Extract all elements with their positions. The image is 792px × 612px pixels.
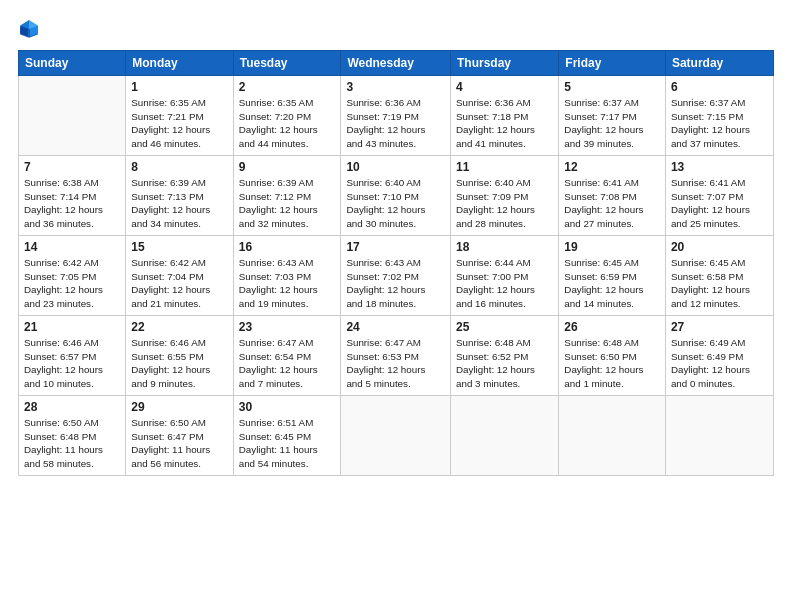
- day-number: 11: [456, 160, 553, 174]
- header: [18, 18, 774, 40]
- week-row-3: 14Sunrise: 6:42 AM Sunset: 7:05 PM Dayli…: [19, 236, 774, 316]
- day-number: 12: [564, 160, 660, 174]
- day-info: Sunrise: 6:51 AM Sunset: 6:45 PM Dayligh…: [239, 416, 336, 471]
- page: SundayMondayTuesdayWednesdayThursdayFrid…: [0, 0, 792, 612]
- day-info: Sunrise: 6:46 AM Sunset: 6:57 PM Dayligh…: [24, 336, 120, 391]
- day-info: Sunrise: 6:48 AM Sunset: 6:50 PM Dayligh…: [564, 336, 660, 391]
- day-cell: 15Sunrise: 6:42 AM Sunset: 7:04 PM Dayli…: [126, 236, 233, 316]
- day-number: 22: [131, 320, 227, 334]
- day-cell: 19Sunrise: 6:45 AM Sunset: 6:59 PM Dayli…: [559, 236, 666, 316]
- day-cell: [451, 396, 559, 476]
- header-row: SundayMondayTuesdayWednesdayThursdayFrid…: [19, 51, 774, 76]
- day-info: Sunrise: 6:38 AM Sunset: 7:14 PM Dayligh…: [24, 176, 120, 231]
- day-info: Sunrise: 6:37 AM Sunset: 7:15 PM Dayligh…: [671, 96, 768, 151]
- day-cell: 9Sunrise: 6:39 AM Sunset: 7:12 PM Daylig…: [233, 156, 341, 236]
- day-cell: [341, 396, 451, 476]
- day-info: Sunrise: 6:40 AM Sunset: 7:10 PM Dayligh…: [346, 176, 445, 231]
- day-cell: 3Sunrise: 6:36 AM Sunset: 7:19 PM Daylig…: [341, 76, 451, 156]
- day-info: Sunrise: 6:44 AM Sunset: 7:00 PM Dayligh…: [456, 256, 553, 311]
- day-info: Sunrise: 6:50 AM Sunset: 6:48 PM Dayligh…: [24, 416, 120, 471]
- day-number: 16: [239, 240, 336, 254]
- day-info: Sunrise: 6:47 AM Sunset: 6:54 PM Dayligh…: [239, 336, 336, 391]
- day-cell: 29Sunrise: 6:50 AM Sunset: 6:47 PM Dayli…: [126, 396, 233, 476]
- day-cell: 21Sunrise: 6:46 AM Sunset: 6:57 PM Dayli…: [19, 316, 126, 396]
- column-header-friday: Friday: [559, 51, 666, 76]
- day-cell: 16Sunrise: 6:43 AM Sunset: 7:03 PM Dayli…: [233, 236, 341, 316]
- day-number: 2: [239, 80, 336, 94]
- calendar-table: SundayMondayTuesdayWednesdayThursdayFrid…: [18, 50, 774, 476]
- day-info: Sunrise: 6:43 AM Sunset: 7:02 PM Dayligh…: [346, 256, 445, 311]
- day-info: Sunrise: 6:35 AM Sunset: 7:21 PM Dayligh…: [131, 96, 227, 151]
- day-number: 17: [346, 240, 445, 254]
- day-cell: 11Sunrise: 6:40 AM Sunset: 7:09 PM Dayli…: [451, 156, 559, 236]
- day-info: Sunrise: 6:39 AM Sunset: 7:13 PM Dayligh…: [131, 176, 227, 231]
- day-number: 4: [456, 80, 553, 94]
- column-header-tuesday: Tuesday: [233, 51, 341, 76]
- day-cell: [19, 76, 126, 156]
- day-number: 21: [24, 320, 120, 334]
- day-cell: 18Sunrise: 6:44 AM Sunset: 7:00 PM Dayli…: [451, 236, 559, 316]
- day-number: 3: [346, 80, 445, 94]
- day-number: 13: [671, 160, 768, 174]
- day-number: 30: [239, 400, 336, 414]
- day-info: Sunrise: 6:46 AM Sunset: 6:55 PM Dayligh…: [131, 336, 227, 391]
- day-cell: 22Sunrise: 6:46 AM Sunset: 6:55 PM Dayli…: [126, 316, 233, 396]
- day-number: 18: [456, 240, 553, 254]
- day-cell: [665, 396, 773, 476]
- day-cell: 26Sunrise: 6:48 AM Sunset: 6:50 PM Dayli…: [559, 316, 666, 396]
- day-cell: 7Sunrise: 6:38 AM Sunset: 7:14 PM Daylig…: [19, 156, 126, 236]
- day-cell: 27Sunrise: 6:49 AM Sunset: 6:49 PM Dayli…: [665, 316, 773, 396]
- day-info: Sunrise: 6:37 AM Sunset: 7:17 PM Dayligh…: [564, 96, 660, 151]
- day-cell: 1Sunrise: 6:35 AM Sunset: 7:21 PM Daylig…: [126, 76, 233, 156]
- day-info: Sunrise: 6:36 AM Sunset: 7:18 PM Dayligh…: [456, 96, 553, 151]
- day-number: 26: [564, 320, 660, 334]
- day-number: 20: [671, 240, 768, 254]
- column-header-saturday: Saturday: [665, 51, 773, 76]
- day-info: Sunrise: 6:40 AM Sunset: 7:09 PM Dayligh…: [456, 176, 553, 231]
- day-cell: 8Sunrise: 6:39 AM Sunset: 7:13 PM Daylig…: [126, 156, 233, 236]
- day-number: 7: [24, 160, 120, 174]
- day-cell: 20Sunrise: 6:45 AM Sunset: 6:58 PM Dayli…: [665, 236, 773, 316]
- day-number: 14: [24, 240, 120, 254]
- week-row-4: 21Sunrise: 6:46 AM Sunset: 6:57 PM Dayli…: [19, 316, 774, 396]
- day-number: 9: [239, 160, 336, 174]
- column-header-sunday: Sunday: [19, 51, 126, 76]
- day-number: 29: [131, 400, 227, 414]
- day-info: Sunrise: 6:41 AM Sunset: 7:07 PM Dayligh…: [671, 176, 768, 231]
- day-info: Sunrise: 6:42 AM Sunset: 7:05 PM Dayligh…: [24, 256, 120, 311]
- day-info: Sunrise: 6:36 AM Sunset: 7:19 PM Dayligh…: [346, 96, 445, 151]
- day-cell: 25Sunrise: 6:48 AM Sunset: 6:52 PM Dayli…: [451, 316, 559, 396]
- day-cell: 23Sunrise: 6:47 AM Sunset: 6:54 PM Dayli…: [233, 316, 341, 396]
- day-cell: 2Sunrise: 6:35 AM Sunset: 7:20 PM Daylig…: [233, 76, 341, 156]
- day-info: Sunrise: 6:48 AM Sunset: 6:52 PM Dayligh…: [456, 336, 553, 391]
- day-info: Sunrise: 6:39 AM Sunset: 7:12 PM Dayligh…: [239, 176, 336, 231]
- column-header-wednesday: Wednesday: [341, 51, 451, 76]
- week-row-5: 28Sunrise: 6:50 AM Sunset: 6:48 PM Dayli…: [19, 396, 774, 476]
- day-number: 19: [564, 240, 660, 254]
- day-number: 1: [131, 80, 227, 94]
- day-cell: 13Sunrise: 6:41 AM Sunset: 7:07 PM Dayli…: [665, 156, 773, 236]
- day-cell: 4Sunrise: 6:36 AM Sunset: 7:18 PM Daylig…: [451, 76, 559, 156]
- day-cell: 24Sunrise: 6:47 AM Sunset: 6:53 PM Dayli…: [341, 316, 451, 396]
- day-number: 23: [239, 320, 336, 334]
- week-row-1: 1Sunrise: 6:35 AM Sunset: 7:21 PM Daylig…: [19, 76, 774, 156]
- day-cell: 12Sunrise: 6:41 AM Sunset: 7:08 PM Dayli…: [559, 156, 666, 236]
- logo-icon: [18, 18, 40, 40]
- day-number: 24: [346, 320, 445, 334]
- day-number: 25: [456, 320, 553, 334]
- day-info: Sunrise: 6:45 AM Sunset: 6:59 PM Dayligh…: [564, 256, 660, 311]
- day-number: 5: [564, 80, 660, 94]
- column-header-thursday: Thursday: [451, 51, 559, 76]
- day-number: 15: [131, 240, 227, 254]
- week-row-2: 7Sunrise: 6:38 AM Sunset: 7:14 PM Daylig…: [19, 156, 774, 236]
- day-cell: 17Sunrise: 6:43 AM Sunset: 7:02 PM Dayli…: [341, 236, 451, 316]
- logo: [18, 18, 44, 40]
- day-cell: 14Sunrise: 6:42 AM Sunset: 7:05 PM Dayli…: [19, 236, 126, 316]
- day-cell: 30Sunrise: 6:51 AM Sunset: 6:45 PM Dayli…: [233, 396, 341, 476]
- day-info: Sunrise: 6:50 AM Sunset: 6:47 PM Dayligh…: [131, 416, 227, 471]
- day-info: Sunrise: 6:43 AM Sunset: 7:03 PM Dayligh…: [239, 256, 336, 311]
- day-number: 8: [131, 160, 227, 174]
- day-number: 6: [671, 80, 768, 94]
- day-number: 27: [671, 320, 768, 334]
- day-number: 28: [24, 400, 120, 414]
